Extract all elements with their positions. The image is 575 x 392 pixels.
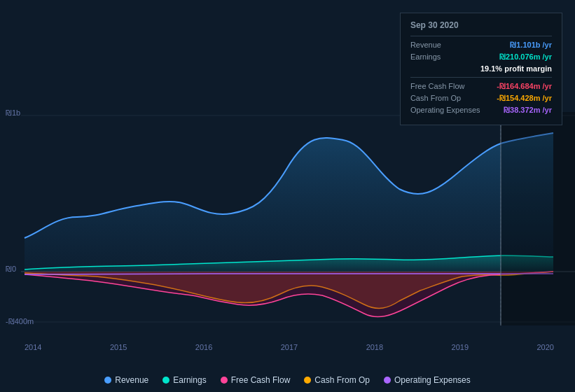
legend-fcf-label: Free Cash Flow — [231, 375, 291, 385]
tooltip-panel: Sep 30 2020 Revenue ₪1.101b /yr Earnings… — [400, 13, 562, 125]
legend-revenue-dot — [104, 377, 111, 384]
legend-earnings-dot — [162, 377, 169, 384]
tooltip-earnings-row: Earnings ₪210.076m /yr — [410, 52, 552, 62]
y-label-1b: ₪1b — [6, 108, 20, 118]
tooltip-earnings-label: Earnings — [410, 52, 480, 61]
tooltip-cashop-row: Cash From Op -₪154.428m /yr — [410, 94, 552, 103]
x-label-2017: 2017 — [281, 343, 298, 351]
legend-earnings[interactable]: Earnings — [162, 375, 206, 385]
tooltip-earnings-value: ₪210.076m /yr — [499, 52, 552, 62]
tooltip-fcf-label: Free Cash Flow — [410, 82, 480, 90]
tooltip-cashop-label: Cash From Op — [410, 94, 480, 102]
tooltip-fcf-value: -₪164.684m /yr — [497, 82, 552, 91]
tooltip-cashop-value: -₪154.428m /yr — [497, 94, 552, 103]
y-label-0: ₪0 — [6, 265, 16, 274]
tooltip-revenue-value: ₪1.101b /yr — [510, 41, 552, 50]
x-label-2016: 2016 — [195, 343, 212, 351]
legend-opex-dot — [384, 377, 391, 384]
x-label-2018: 2018 — [366, 343, 383, 351]
legend-opex-label: Operating Expenses — [394, 375, 471, 385]
tooltip-profit-margin-row: 19.1% profit margin — [410, 64, 552, 73]
x-label-2014: 2014 — [25, 343, 41, 351]
legend-opex[interactable]: Operating Expenses — [384, 375, 471, 385]
legend-revenue[interactable]: Revenue — [104, 375, 148, 385]
legend-fcf[interactable]: Free Cash Flow — [221, 375, 291, 385]
legend-cashop-dot — [304, 377, 311, 384]
svg-rect-4 — [501, 112, 575, 326]
x-label-2015: 2015 — [110, 343, 127, 351]
tooltip-opex-value: ₪38.372m /yr — [504, 106, 552, 115]
tooltip-fcf-row: Free Cash Flow -₪164.684m /yr — [410, 82, 552, 91]
tooltip-title: Sep 30 2020 — [410, 20, 552, 30]
chart-legend: Revenue Earnings Free Cash Flow Cash Fro… — [0, 375, 575, 385]
x-label-2019: 2019 — [452, 343, 469, 351]
tooltip-opex-row: Operating Expenses ₪38.372m /yr — [410, 106, 552, 115]
legend-fcf-dot — [221, 377, 228, 384]
x-axis-labels: 2014 2015 2016 2017 2018 2019 2020 — [0, 343, 575, 351]
tooltip-revenue-row: Revenue ₪1.101b /yr — [410, 41, 552, 50]
legend-revenue-label: Revenue — [115, 375, 148, 385]
tooltip-opex-label: Operating Expenses — [410, 106, 480, 114]
legend-cashop-label: Cash From Op — [314, 375, 370, 385]
legend-earnings-label: Earnings — [173, 375, 206, 385]
x-label-2020: 2020 — [536, 343, 553, 351]
y-label-neg400m: -₪400m — [6, 317, 34, 326]
legend-cashop[interactable]: Cash From Op — [304, 375, 370, 385]
tooltip-revenue-label: Revenue — [410, 41, 480, 49]
tooltip-profit-value: 19.1% profit margin — [480, 64, 552, 73]
